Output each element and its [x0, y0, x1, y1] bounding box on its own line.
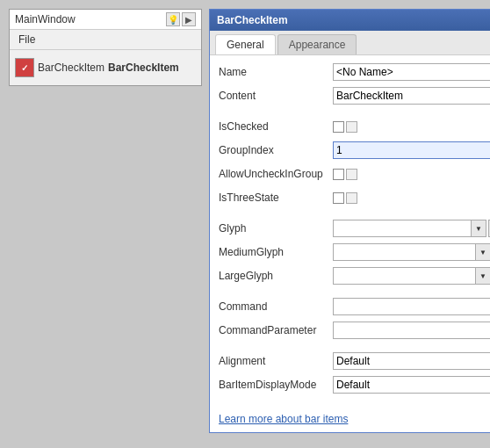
glyph-input[interactable]: [333, 220, 471, 237]
bar-check-item-icon: [15, 58, 34, 77]
largeglyph-dropdown-arrow[interactable]: ▼: [475, 267, 490, 285]
titlebar-icons: 💡 ▶: [166, 12, 196, 26]
ischecked-checkbox[interactable]: [333, 121, 344, 133]
allowuncheck-row: AllowUncheckInGroup: [219, 164, 490, 184]
name-input[interactable]: [333, 63, 490, 81]
baritemdisplaymode-select[interactable]: Default ContentOnly GlyphOnly: [333, 376, 490, 394]
tab-appearance[interactable]: Appearance: [277, 34, 357, 54]
ischecked-control: [333, 121, 490, 133]
mediumglyph-dropdown-arrow[interactable]: ▼: [475, 243, 490, 261]
properties-content: Name Content IsChecked GroupInde: [210, 55, 490, 432]
mediumglyph-row: MediumGlyph ▼ ...: [219, 242, 490, 262]
glyph-control: ▼ ...: [333, 220, 490, 237]
command-row: Command: [219, 297, 490, 316]
alignment-row: Alignment Default Left Right: [219, 351, 490, 371]
isthreestate-label: IsThreeState: [219, 191, 333, 204]
alignment-select[interactable]: Default Left Right: [333, 352, 490, 370]
glyph-row: Glyph ▼ ...: [219, 219, 490, 238]
mediumglyph-control: ▼ ...: [333, 243, 490, 261]
commandparam-label: CommandParameter: [219, 324, 333, 336]
ischecked-label: IsChecked: [219, 120, 333, 133]
largeglyph-label: LargeGlyph: [219, 270, 333, 282]
groupindex-control: [333, 141, 490, 159]
command-input[interactable]: [333, 298, 490, 315]
baritemdisplaymode-row: BarItemDisplayMode Default ContentOnly G…: [219, 375, 490, 394]
bar-check-item-label-1[interactable]: BarCheckItem: [38, 61, 104, 74]
content-control: [333, 87, 490, 105]
mediumglyph-input[interactable]: [333, 243, 475, 261]
baritemdisplaymode-control: Default ContentOnly GlyphOnly: [333, 376, 490, 394]
groupindex-label: GroupIndex: [219, 144, 333, 156]
allowuncheck-indicator: [346, 169, 357, 180]
main-window: MainWindow 💡 ▶ File BarCheckItem BarChec…: [9, 9, 202, 86]
glyph-dropdown-arrow[interactable]: ▼: [471, 220, 486, 237]
menu-bar: File: [10, 30, 201, 50]
alignment-control: Default Left Right: [333, 352, 490, 370]
mediumglyph-combo: ▼: [333, 243, 490, 261]
ischecked-row: IsChecked: [219, 117, 490, 136]
groupindex-row: GroupIndex: [219, 141, 490, 160]
content-label: Content: [219, 90, 333, 102]
main-window-title: MainWindow: [15, 13, 76, 25]
isthreestate-checkbox[interactable]: [333, 192, 344, 204]
largeglyph-input[interactable]: [333, 267, 475, 285]
name-row: Name: [219, 62, 490, 82]
tab-general[interactable]: General: [215, 34, 276, 54]
arrow-icon[interactable]: ▶: [182, 12, 196, 26]
alignment-label: Alignment: [219, 355, 333, 367]
toolbar-area: BarCheckItem BarCheckItem: [10, 50, 201, 85]
largeglyph-row: LargeGlyph ▼ ...: [219, 266, 490, 285]
allowuncheck-label: AllowUncheckInGroup: [219, 168, 333, 180]
allowuncheck-control: [333, 169, 490, 180]
bar-check-item-label-2[interactable]: BarCheckItem: [108, 61, 179, 74]
commandparam-control: [333, 322, 490, 339]
bulb-icon[interactable]: 💡: [166, 12, 180, 26]
name-label: Name: [219, 66, 333, 78]
glyph-label: Glyph: [219, 222, 333, 235]
learn-more-link[interactable]: Learn more about bar items: [219, 413, 348, 425]
tabs-bar: General Appearance: [210, 31, 490, 55]
ischecked-indicator: [346, 121, 357, 133]
groupindex-input[interactable]: [333, 141, 490, 159]
name-control: [333, 63, 490, 81]
command-control: [333, 298, 490, 315]
file-menu-item[interactable]: File: [15, 32, 39, 47]
properties-title: BarCheckItem: [217, 14, 288, 26]
properties-titlebar: BarCheckItem ✕: [210, 10, 490, 31]
isthreestate-indicator: [346, 192, 357, 204]
properties-panel: BarCheckItem ✕ General Appearance Name C…: [209, 9, 490, 433]
commandparam-row: CommandParameter: [219, 321, 490, 340]
command-label: Command: [219, 300, 333, 313]
mediumglyph-label: MediumGlyph: [219, 246, 333, 258]
largeglyph-combo: ▼: [333, 267, 490, 285]
content-input[interactable]: [333, 87, 490, 105]
isthreestate-row: IsThreeState: [219, 188, 490, 207]
glyph-combo: ▼: [333, 220, 486, 237]
allowuncheck-checkbox[interactable]: [333, 169, 344, 180]
largeglyph-control: ▼ ...: [333, 267, 490, 285]
commandparam-input[interactable]: [333, 322, 490, 339]
baritemdisplaymode-label: BarItemDisplayMode: [219, 379, 333, 391]
content-row: Content: [219, 86, 490, 105]
main-window-titlebar: MainWindow 💡 ▶: [10, 10, 201, 30]
isthreestate-control: [333, 192, 490, 204]
